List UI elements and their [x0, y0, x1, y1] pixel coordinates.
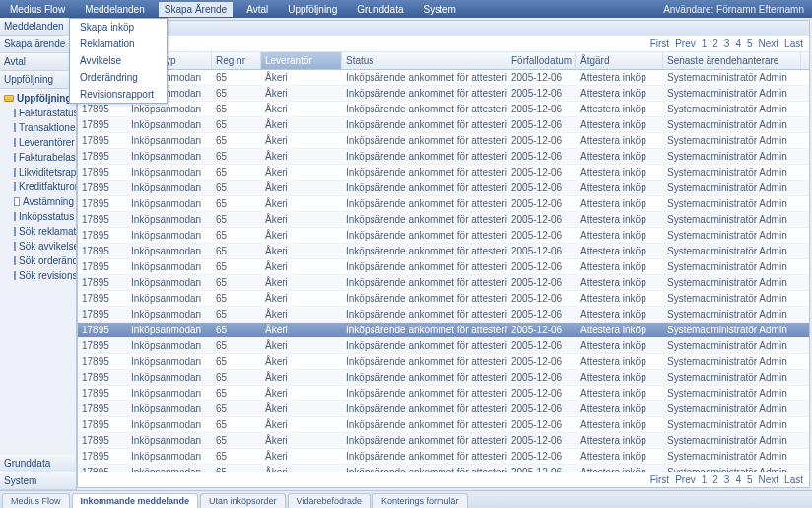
table-row[interactable]: 17895Inköpsanmodan65ÅkeriInköpsärende an… [78, 401, 809, 417]
table-row[interactable]: 17895Inköpsanmodan65ÅkeriInköpsärende an… [78, 86, 809, 102]
column-header[interactable]: Senaste ärendehanterare [663, 52, 801, 69]
bottom-tab[interactable]: Konterings formulär [372, 493, 468, 508]
tree-root[interactable]: Uppföljning [0, 91, 76, 106]
table-row[interactable]: 17895Inköpsanmodan65ÅkeriInköpsärende an… [78, 291, 809, 307]
tree-item[interactable]: Sök revisionsrapport [0, 268, 76, 283]
menu-medius-flow[interactable]: Medius Flow [4, 2, 71, 17]
table-cell: Systemadministratör Admin [663, 133, 801, 148]
pager-next-b[interactable]: Next [759, 474, 779, 485]
pager-last[interactable]: Last [784, 38, 803, 49]
dropdown-item[interactable]: Revisionsrapport [70, 86, 167, 103]
tree-item[interactable]: Fakturabelastning [0, 150, 76, 165]
table-row[interactable]: 17895Inköpsanmodan65ÅkeriInköpsärende an… [78, 465, 809, 472]
table-row[interactable]: 17895Inköpsanmodan65ÅkeriInköpsärende an… [78, 417, 809, 433]
table-row[interactable]: 17895Inköpsanmodan65ÅkeriInköpsärende an… [78, 370, 809, 386]
pager-page[interactable]: 1 [702, 38, 708, 49]
table-row[interactable]: 17895Inköpsanmodan65ÅkeriInköpsärende an… [78, 181, 809, 196]
table-cell: Åkeri [261, 433, 342, 448]
bottom-tab[interactable]: Medius Flow [2, 493, 70, 508]
tree-item[interactable]: Likviditetsrapport [0, 165, 76, 180]
menu-system[interactable]: System [418, 2, 462, 17]
sidebar-section[interactable]: Avtal [0, 53, 76, 71]
table-row[interactable]: 17895Inköpsanmodan65ÅkeriInköpsärende an… [78, 259, 809, 275]
table-cell: 2005-12-06 [508, 149, 576, 164]
menu-meddelanden[interactable]: Meddelanden [79, 2, 151, 17]
pager-first-b[interactable]: First [650, 474, 669, 485]
sidebar-footer-section[interactable]: Grunddata [0, 455, 76, 472]
table-cell: Systemadministratör Admin [663, 228, 801, 243]
tree-item[interactable]: Sök reklamation [0, 224, 76, 239]
tree-item[interactable]: Leverantörer [0, 135, 76, 150]
tree-item[interactable]: Avstämning [0, 194, 76, 209]
pager-page[interactable]: 2 [712, 38, 718, 49]
sidebar-section[interactable]: Uppföljning [0, 71, 76, 89]
table-row[interactable]: 17895Inköpsanmodan65ÅkeriInköpsärende an… [78, 338, 809, 354]
table-row[interactable]: 17895Inköpsanmodan65ÅkeriInköpsärende an… [78, 433, 809, 449]
menu-grunddata[interactable]: Grunddata [351, 2, 409, 17]
tree-item[interactable]: Inköpsstatus [0, 209, 76, 224]
table-row[interactable]: 17895Inköpsanmodan65ÅkeriInköpsärende an… [78, 323, 809, 338]
dropdown-item[interactable]: Skapa inköp [70, 19, 167, 36]
table-row[interactable]: 17895Inköpsanmodan65ÅkeriInköpsärende an… [78, 102, 809, 117]
pager-prev-b[interactable]: Prev [675, 474, 696, 485]
pager-page[interactable]: 2 [712, 474, 718, 485]
table-row[interactable]: 17895Inköpsanmodan65ÅkeriInköpsärende an… [78, 149, 809, 165]
table-row[interactable]: 17895Inköpsanmodan65ÅkeriInköpsärende an… [78, 228, 809, 244]
tree-item[interactable]: Sök orderändring [0, 254, 76, 268]
pager-next[interactable]: Next [759, 38, 779, 49]
tree-item[interactable]: Fakturastatus [0, 106, 76, 120]
pager-page[interactable]: 3 [724, 38, 730, 49]
pager-prev[interactable]: Prev [675, 38, 696, 49]
table-row[interactable]: 17895Inköpsanmodan65ÅkeriInköpsärende an… [78, 275, 809, 291]
column-header[interactable]: Reg nr [212, 52, 261, 69]
bottom-tab[interactable]: Utan inköpsorder [200, 493, 286, 508]
bottom-tab[interactable]: Vidarebefodrade [288, 493, 371, 508]
table-row[interactable]: 17895Inköpsanmodan65ÅkeriInköpsärende an… [78, 70, 809, 86]
table-cell: Systemadministratör Admin [663, 86, 801, 101]
table-row[interactable]: 17895Inköpsanmodan65ÅkeriInköpsärende an… [78, 386, 809, 401]
column-header[interactable]: Åtgärd [576, 52, 663, 69]
tree-item[interactable]: Sök avvikelse [0, 239, 76, 254]
sidebar-section[interactable]: Skapa ärende [0, 36, 76, 53]
sidebar-section[interactable]: Meddelanden [0, 18, 76, 36]
pager-pages-top: 12345 [702, 38, 753, 49]
dropdown-item[interactable]: Orderändring [70, 69, 167, 86]
pager-page[interactable]: 3 [724, 474, 730, 485]
table-row[interactable]: 17895Inköpsanmodan65ÅkeriInköpsärende an… [78, 117, 809, 133]
pager-page[interactable]: 1 [702, 474, 708, 485]
table-cell: Attestera inköp [576, 149, 663, 164]
pager-page[interactable]: 4 [735, 38, 741, 49]
table-cell: 65 [212, 86, 261, 101]
pager-last-b[interactable]: Last [784, 474, 803, 485]
bottom-tab[interactable]: Inkommande meddelande [72, 493, 199, 508]
table-cell: 17895 [78, 386, 127, 400]
pager-page[interactable]: 5 [747, 474, 753, 485]
menu-uppföljning[interactable]: Uppföljning [282, 2, 343, 17]
column-header[interactable]: Status [342, 52, 508, 69]
pager-first[interactable]: First [650, 38, 669, 49]
column-header[interactable]: Leverantör [261, 52, 342, 69]
pager-page[interactable]: 4 [735, 474, 741, 485]
table-row[interactable]: 17895Inköpsanmodan65ÅkeriInköpsärende an… [78, 307, 809, 323]
table-row[interactable]: 17895Inköpsanmodan65ÅkeriInköpsärende an… [78, 354, 809, 370]
tree-root-label: Uppföljning [17, 93, 72, 104]
table-row[interactable]: 17895Inköpsanmodan65ÅkeriInköpsärende an… [78, 449, 809, 465]
table-row[interactable]: 17895Inköpsanmodan65ÅkeriInköpsärende an… [78, 133, 809, 149]
dropdown-item[interactable]: Avvikelse [70, 52, 167, 69]
tree-item[interactable]: Kreditfakturor [0, 180, 76, 194]
dropdown-item[interactable]: Reklamation [70, 36, 167, 52]
table-cell: Systemadministratör Admin [663, 307, 801, 322]
menu-skapa-ärende[interactable]: Skapa Ärende [159, 2, 233, 17]
table-row[interactable]: 17895Inköpsanmodan65ÅkeriInköpsärende an… [78, 196, 809, 212]
column-header[interactable]: Förfallodatum [508, 52, 576, 69]
table-cell: 65 [212, 117, 261, 132]
table-row[interactable]: 17895Inköpsanmodan65ÅkeriInköpsärende an… [78, 244, 809, 259]
tree-item[interactable]: Transaktioner [0, 120, 76, 135]
sidebar-footer-section[interactable]: System [0, 472, 76, 490]
pager-page[interactable]: 5 [747, 38, 753, 49]
menu-avtal[interactable]: Avtal [240, 2, 274, 17]
table-row[interactable]: 17895Inköpsanmodan65ÅkeriInköpsärende an… [78, 212, 809, 228]
table-row[interactable]: 17895Inköpsanmodan65ÅkeriInköpsärende an… [78, 165, 809, 181]
table-cell: 2005-12-06 [508, 449, 576, 464]
page-icon [14, 182, 16, 191]
